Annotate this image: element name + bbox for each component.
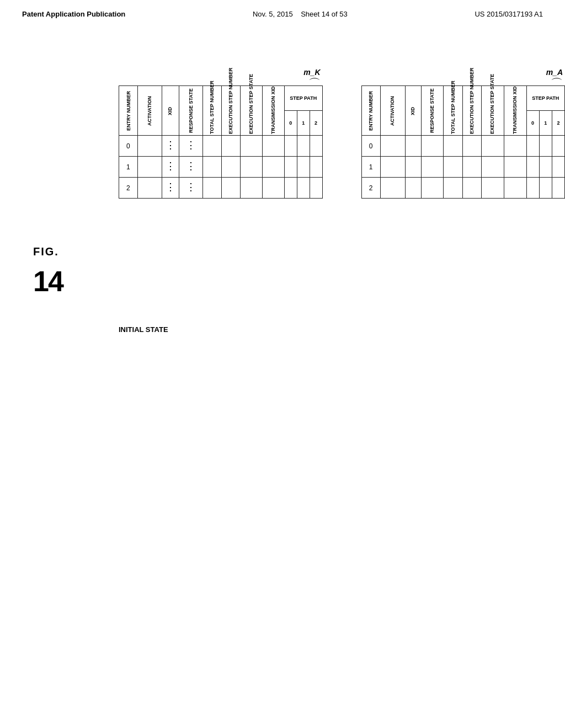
cell-step2 — [310, 157, 322, 178]
mk-brace: ⌒ — [308, 76, 321, 92]
table-row: 2 — [361, 178, 565, 199]
figure-title-label: FIG. — [33, 245, 59, 258]
cell-activation — [137, 178, 162, 199]
cell-xid: ⋮ — [162, 178, 179, 199]
cell-exec-num-r — [462, 136, 481, 157]
table-ma: m_A ⌒ ENTRY NUMBER ACTIVATION XID RESPON… — [361, 85, 566, 199]
table-row: 0 — [361, 136, 565, 157]
cell-response-r — [421, 157, 444, 178]
cell-entry: 1 — [119, 157, 138, 178]
col-header-xid-r: XID — [405, 86, 421, 136]
cell-step0 — [284, 157, 297, 178]
cell-entry-r: 2 — [361, 178, 380, 199]
col-header-response-r: RESPONSE STATE — [421, 86, 444, 136]
cell-total — [202, 157, 221, 178]
cell-step0-r — [526, 136, 539, 157]
cell-step0 — [284, 178, 297, 199]
table-mk: m_K ⌒ ENTRY NUMBER ACTIVATION XID RESPON… — [119, 85, 323, 199]
cell-trans — [262, 178, 284, 199]
cell-total-r — [444, 178, 462, 199]
cell-exec-state — [240, 157, 262, 178]
cell-exec-num — [221, 157, 240, 178]
cell-trans — [262, 136, 284, 157]
right-table: ENTRY NUMBER ACTIVATION XID RESPONSE STA… — [361, 85, 566, 199]
col-header-exec-state: EXECUTION STEP STATE — [240, 86, 262, 136]
table-row: 1 — [361, 157, 565, 178]
cell-exec-state — [240, 136, 262, 157]
cell-activation — [137, 157, 162, 178]
header-patent-number: US 2015/0317193 A1 — [475, 10, 543, 18]
cell-activation — [137, 136, 162, 157]
cell-entry-r: 1 — [361, 157, 380, 178]
cell-step1 — [297, 136, 310, 157]
cell-step1-r — [539, 178, 552, 199]
header-publication: Patent Application Publication — [22, 10, 125, 18]
cell-exec-num-r — [462, 157, 481, 178]
cell-response-r — [421, 178, 444, 199]
cell-exec-num — [221, 178, 240, 199]
cell-entry-r: 0 — [361, 136, 380, 157]
cell-trans-r — [504, 178, 526, 199]
table-row: 2 ⋮ ⋮ — [119, 178, 323, 199]
cell-total-r — [444, 157, 462, 178]
cell-step1 — [297, 178, 310, 199]
cell-exec-state-r — [481, 157, 504, 178]
col-header-step2: 2 — [310, 111, 322, 136]
cell-step2 — [310, 178, 322, 199]
table-row: 0 ⋮ ⋮ — [119, 136, 323, 157]
cell-step1-r — [539, 136, 552, 157]
cell-step2-r — [552, 157, 564, 178]
cell-entry: 0 — [119, 136, 138, 157]
col-header-step0-r: 0 — [526, 111, 539, 136]
cell-response: ⋮ — [179, 157, 203, 178]
cell-step0-r — [526, 178, 539, 199]
cell-step1 — [297, 157, 310, 178]
cell-exec-num — [221, 136, 240, 157]
cell-activation-r — [380, 178, 405, 199]
col-header-exec-state-r: EXECUTION STEP STATE — [481, 86, 504, 136]
cell-total — [202, 136, 221, 157]
cell-exec-state-r — [481, 136, 504, 157]
cell-step2 — [310, 136, 322, 157]
figure-number: 14 — [33, 265, 63, 298]
col-header-trans: TRANSMISSION XID — [262, 86, 284, 136]
col-header-step2-r: 2 — [552, 111, 564, 136]
cell-trans-r — [504, 136, 526, 157]
col-header-exec-num: EXECUTION STEP NUMBER — [221, 86, 240, 136]
cell-total — [202, 178, 221, 199]
cell-exec-state — [240, 178, 262, 199]
initial-state-label: INITIAL STATE — [119, 325, 168, 334]
cell-activation-r — [380, 136, 405, 157]
col-header-exec-num-r: EXECUTION STEP NUMBER — [462, 86, 481, 136]
cell-activation-r — [380, 157, 405, 178]
cell-trans-r — [504, 157, 526, 178]
table-row: 1 ⋮ ⋮ — [119, 157, 323, 178]
tables-container: m_K ⌒ ENTRY NUMBER ACTIVATION XID RESPON… — [119, 85, 565, 199]
cell-exec-num-r — [462, 178, 481, 199]
col-header-entry-r: ENTRY NUMBER — [361, 86, 380, 136]
col-header-activation: ACTIVATION — [137, 86, 162, 136]
cell-step0 — [284, 136, 297, 157]
header-date-sheet: Nov. 5, 2015 Sheet 14 of 53 — [253, 10, 348, 18]
col-header-xid: XID — [162, 86, 179, 136]
cell-trans — [262, 157, 284, 178]
cell-step2-r — [552, 178, 564, 199]
cell-entry: 2 — [119, 178, 138, 199]
left-table: ENTRY NUMBER ACTIVATION XID RESPONSE STA… — [119, 85, 323, 199]
cell-response-r — [421, 136, 444, 157]
col-header-response: RESPONSE STATE — [179, 86, 203, 136]
cell-step2-r — [552, 136, 564, 157]
cell-step0-r — [526, 157, 539, 178]
col-header-step1: 1 — [297, 111, 310, 136]
col-header-trans-r: TRANSMISSION XID — [504, 86, 526, 136]
cell-xid-r — [405, 157, 421, 178]
cell-xid: ⋮ — [162, 157, 179, 178]
ma-brace: ⌒ — [551, 76, 563, 92]
cell-step1-r — [539, 157, 552, 178]
col-header-total-r: TOTAL STEP NUMBER — [444, 86, 462, 136]
col-header-activation-r: ACTIVATION — [380, 86, 405, 136]
col-header-step0: 0 — [284, 111, 297, 136]
cell-exec-state-r — [481, 178, 504, 199]
cell-xid: ⋮ — [162, 136, 179, 157]
col-header-entry: ENTRY NUMBER — [119, 86, 138, 136]
